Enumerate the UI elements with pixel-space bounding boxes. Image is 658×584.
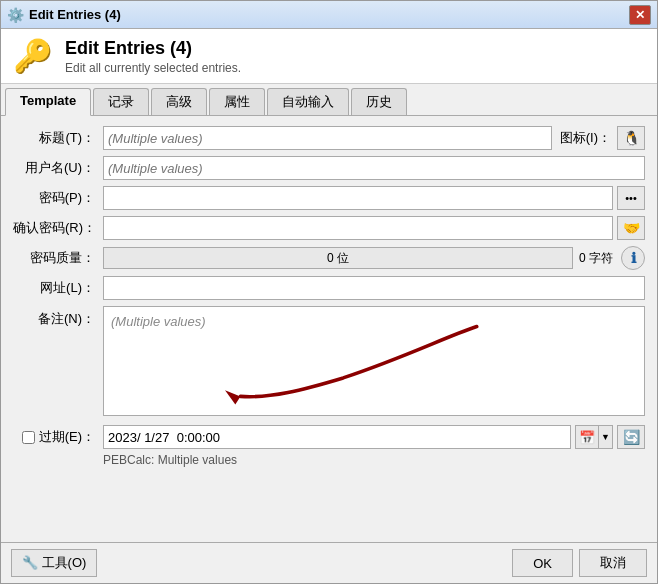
- notes-wrapper: (Multiple values): [103, 306, 645, 419]
- tab-attributes[interactable]: 属性: [209, 88, 265, 115]
- quality-label: 密码质量：: [13, 249, 103, 267]
- date-dropdown-button[interactable]: ▼: [599, 425, 613, 449]
- confirm-password-label: 确认密码(R)：: [13, 219, 103, 237]
- username-label: 用户名(U)：: [13, 159, 103, 177]
- header-icon: 🔑: [13, 37, 53, 75]
- calendar-button[interactable]: 📅: [575, 425, 599, 449]
- confirm-password-row: 确认密码(R)： 🤝: [13, 216, 645, 240]
- notes-input[interactable]: [103, 306, 645, 416]
- password-row: 密码(P)： •••: [13, 186, 645, 210]
- close-button[interactable]: ✕: [629, 5, 651, 25]
- expire-refresh-button[interactable]: 🔄: [617, 425, 645, 449]
- header-section: 🔑 Edit Entries (4) Edit all currently se…: [1, 29, 657, 84]
- tab-autotype[interactable]: 自动输入: [267, 88, 349, 115]
- quality-bar: 0 位: [103, 247, 573, 269]
- title-label: 标题(T)：: [13, 129, 103, 147]
- window-title: Edit Entries (4): [29, 7, 629, 22]
- expire-checkbox[interactable]: [22, 431, 35, 444]
- content-area: 标题(T)： 图标(I)： 🐧 用户名(U)： 密码(P)： ••• 确认密码(…: [1, 116, 657, 542]
- tab-history[interactable]: 历史: [351, 88, 407, 115]
- url-input[interactable]: [103, 276, 645, 300]
- tab-record[interactable]: 记录: [93, 88, 149, 115]
- header-title: Edit Entries (4): [65, 38, 241, 59]
- expire-date-input[interactable]: [103, 425, 571, 449]
- tab-template[interactable]: Template: [5, 88, 91, 116]
- footer: 🔧 工具(O) OK 取消: [1, 542, 657, 583]
- show-password-button[interactable]: •••: [617, 186, 645, 210]
- expire-checkbox-group: 过期(E)：: [13, 428, 103, 446]
- header-text: Edit Entries (4) Edit all currently sele…: [65, 38, 241, 75]
- username-row: 用户名(U)：: [13, 156, 645, 180]
- notes-row: 备注(N)： (Multiple values): [13, 306, 645, 419]
- expire-label: 过期(E)：: [39, 428, 95, 446]
- quality-bits-text: 0 位: [327, 250, 349, 267]
- password-input[interactable]: [103, 186, 613, 210]
- notes-label: 备注(N)：: [13, 306, 103, 328]
- title-input[interactable]: [103, 126, 552, 150]
- main-window: ⚙️ Edit Entries (4) ✕ 🔑 Edit Entries (4)…: [0, 0, 658, 584]
- tabs-bar: Template 记录 高级 属性 自动输入 历史: [1, 84, 657, 116]
- title-row: 标题(T)： 图标(I)： 🐧: [13, 126, 645, 150]
- expire-date-buttons: 📅 ▼: [575, 425, 613, 449]
- url-row: 网址(L)：: [13, 276, 645, 300]
- tab-advanced[interactable]: 高级: [151, 88, 207, 115]
- confirm-password-icon-button[interactable]: 🤝: [617, 216, 645, 240]
- title-bar: ⚙️ Edit Entries (4) ✕: [1, 1, 657, 29]
- password-label: 密码(P)：: [13, 189, 103, 207]
- tools-button[interactable]: 🔧 工具(O): [11, 549, 97, 577]
- cancel-button[interactable]: 取消: [579, 549, 647, 577]
- quality-info-button[interactable]: ℹ: [621, 246, 645, 270]
- pebcalc-text: PEBCalc: Multiple values: [103, 453, 645, 467]
- expire-row: 过期(E)： 📅 ▼ 🔄: [13, 425, 645, 449]
- window-icon: ⚙️: [7, 7, 23, 23]
- header-subtitle: Edit all currently selected entries.: [65, 61, 241, 75]
- quality-row: 密码质量： 0 位 0 字符 ℹ: [13, 246, 645, 270]
- username-input[interactable]: [103, 156, 645, 180]
- icon-button[interactable]: 🐧: [617, 126, 645, 150]
- url-label: 网址(L)：: [13, 279, 103, 297]
- confirm-password-input[interactable]: [103, 216, 613, 240]
- quality-chars-text: 0 字符: [579, 250, 613, 267]
- icon-label-text: 图标(I)：: [560, 129, 611, 147]
- ok-button[interactable]: OK: [512, 549, 573, 577]
